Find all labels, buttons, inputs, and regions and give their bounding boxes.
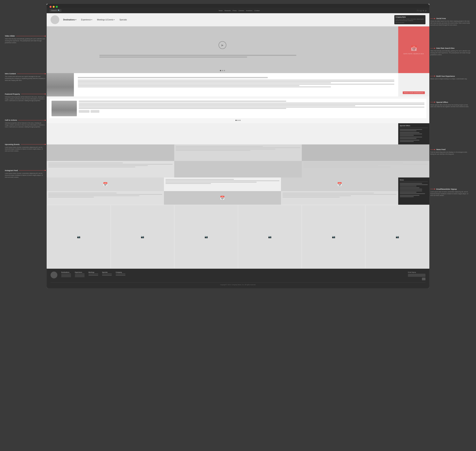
divider xyxy=(400,128,428,128)
build-experience-button[interactable]: BUILD YOUR EXPERIENCE xyxy=(403,91,425,94)
nav-meetings-events[interactable]: Meetings & Events ▾ xyxy=(97,19,114,21)
cta-image-1 xyxy=(47,144,174,161)
intro-content-wrapper xyxy=(47,73,398,96)
text-line xyxy=(48,163,123,163)
intro-text-area xyxy=(74,73,398,96)
cta-card-1 xyxy=(47,144,174,161)
ann-title: Email/Newsletter Signup xyxy=(436,188,457,190)
play-button[interactable]: ▶ xyxy=(219,41,226,49)
tweet-text: Lorem ipsum dolor sit amet, consectetur … xyxy=(395,18,424,22)
text-line xyxy=(165,182,257,182)
text-line xyxy=(176,147,300,148)
ann-cta: Call to Actions Individual properties wi… xyxy=(5,119,46,128)
nav-news[interactable]: News xyxy=(219,10,223,12)
landscape xyxy=(47,73,74,96)
ann-dot xyxy=(45,170,46,171)
camera-icon: 📷 xyxy=(77,235,80,238)
googleplus-icon[interactable]: g xyxy=(420,10,422,12)
ann-dot xyxy=(434,188,435,189)
text-line xyxy=(400,195,420,196)
search-area[interactable]: Search 🔍 xyxy=(50,9,62,12)
facebook-icon[interactable]: f xyxy=(417,10,418,12)
featured-section xyxy=(47,96,429,123)
email-input[interactable] xyxy=(408,274,426,277)
ann-title: Video Slider xyxy=(5,35,15,37)
date-rate-box[interactable]: 📅 DATE RATE SEARCH BOX xyxy=(398,26,429,73)
text-line xyxy=(400,129,422,130)
featured-btn-2[interactable] xyxy=(91,110,99,113)
cta-section xyxy=(47,144,429,161)
text-line xyxy=(78,82,331,83)
ann-dot xyxy=(45,144,46,145)
footer-bottom: Copyright © 2014, Company Name, Inc. All… xyxy=(50,284,426,285)
featured-buttons xyxy=(79,110,425,113)
ann-connector: Video Slider xyxy=(5,35,46,37)
news-item-3 xyxy=(400,190,428,194)
email-submit-button[interactable] xyxy=(422,278,426,280)
social-icons: f t g in p xyxy=(417,10,426,12)
text-line xyxy=(48,194,162,195)
ann-title: Instagram Feed xyxy=(5,169,18,171)
browser-dot-yellow xyxy=(53,6,55,8)
text-line xyxy=(400,183,422,184)
footer-logo xyxy=(50,272,57,278)
nav-press[interactable]: Press xyxy=(232,10,237,12)
footer-col-title: Meetings xyxy=(88,272,98,273)
footer-link xyxy=(61,276,71,277)
ann-dot xyxy=(434,48,435,49)
text-line xyxy=(48,165,148,166)
pinterest-icon[interactable]: p xyxy=(425,10,426,12)
ann-connector: Call to Actions xyxy=(5,119,46,121)
news-item-1 xyxy=(400,183,428,186)
text-line xyxy=(165,179,234,180)
text-line xyxy=(48,195,139,196)
ann-connector: Instagram Feed xyxy=(5,169,46,171)
ann-desc: Pulls the latest blog posts and displays… xyxy=(430,151,471,155)
ann-dot xyxy=(45,36,46,37)
ann-special-offers-right: Special Offers Shows special offers dire… xyxy=(430,101,471,108)
ann-title: Call to Actions xyxy=(5,119,17,121)
ann-dot xyxy=(45,120,46,121)
nav-destinations[interactable]: Destinations ▾ xyxy=(63,19,76,21)
news-item-4 xyxy=(400,195,428,197)
ann-dot xyxy=(434,102,435,103)
instagram-cell-6: 📷 xyxy=(366,205,429,269)
dot xyxy=(238,120,238,121)
featured-carousel-dots xyxy=(50,120,426,121)
nav-specials[interactable]: Specials xyxy=(119,19,127,21)
footer-col-title: Destinations xyxy=(61,272,71,273)
camera-icon: 📷 xyxy=(268,235,271,238)
camera-icon: 📷 xyxy=(396,235,399,238)
dot xyxy=(235,120,237,121)
text-line xyxy=(400,196,414,197)
camera-icon: 📷 xyxy=(332,235,335,238)
ann-connector: Intro Content xyxy=(5,73,46,75)
ann-desc: Individual hotel properties will be feat… xyxy=(5,96,46,102)
nav-rewards[interactable]: Rewards xyxy=(225,10,231,12)
footer-col-meetings: Meetings xyxy=(88,272,98,277)
ann-events: Upcoming Events Lorem ipsum dolor sit am… xyxy=(5,144,46,152)
text-line xyxy=(400,188,420,188)
ann-line xyxy=(430,189,434,189)
nav-experience[interactable]: Experience ▾ xyxy=(81,19,92,21)
nav-careers[interactable]: Careers xyxy=(238,10,244,12)
nav-contact[interactable]: Contact xyxy=(254,10,260,12)
search-icon: 🔍 xyxy=(58,10,60,12)
ann-connector: Featured Property xyxy=(5,93,46,95)
logo[interactable] xyxy=(50,15,59,24)
instagram-icon[interactable]: in xyxy=(423,10,424,12)
carousel-dots xyxy=(220,70,225,71)
top-nav: News Rewards Press Careers Investors Con… xyxy=(219,10,260,12)
cta-card-2 xyxy=(302,144,429,161)
text-line xyxy=(79,105,355,106)
so-item xyxy=(400,140,428,142)
footer-col-specials: Specials xyxy=(102,272,112,277)
cta-image-3 xyxy=(174,161,302,177)
twitter-icon[interactable]: t xyxy=(419,10,419,12)
chevron-down-icon: ▾ xyxy=(91,19,92,21)
nav-investors[interactable]: Investors xyxy=(246,10,252,12)
ann-dot xyxy=(45,73,46,74)
featured-btn-1[interactable] xyxy=(79,110,89,113)
text-line xyxy=(78,81,394,82)
ann-desc: Video that will play automatically, grab… xyxy=(5,38,46,44)
